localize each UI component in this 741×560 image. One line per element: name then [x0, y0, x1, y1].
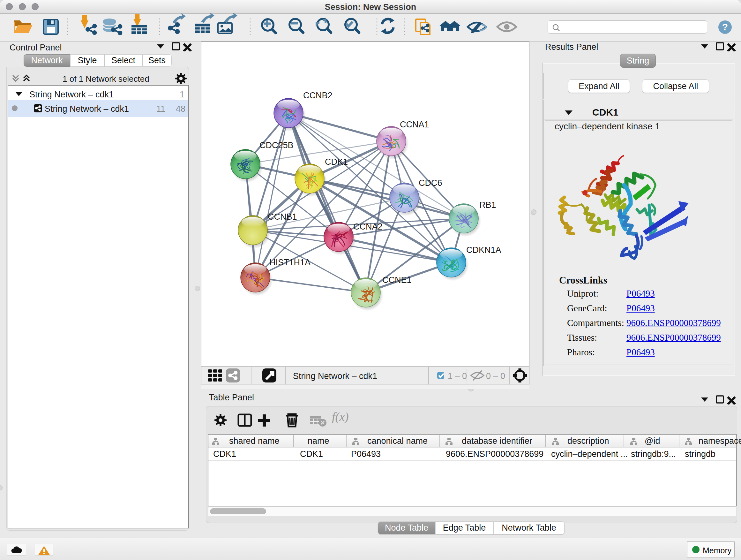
svg-text:CDK1: CDK1: [325, 157, 348, 167]
svg-text:HIST1H1A: HIST1H1A: [269, 258, 311, 267]
svg-text:CCNB1: CCNB1: [268, 212, 297, 222]
svg-text:CCNB2: CCNB2: [303, 91, 333, 100]
svg-text:CDC6: CDC6: [419, 178, 442, 188]
svg-text:CDKN1A: CDKN1A: [466, 245, 501, 255]
svg-text:CCNE1: CCNE1: [382, 275, 412, 285]
svg-text:CCNA1: CCNA1: [400, 120, 429, 129]
svg-text:CCNA2: CCNA2: [353, 222, 383, 232]
svg-text:RB1: RB1: [479, 200, 496, 210]
svg-text:CDC25B: CDC25B: [259, 140, 293, 150]
